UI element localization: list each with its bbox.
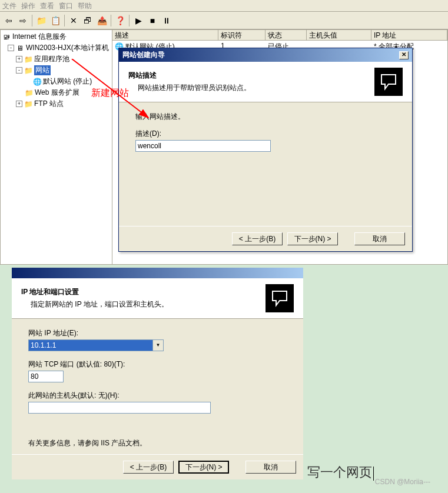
wizard2-body: 网站 IP 地址(E): ▼ 网站 TCP 端口 (默认值: 80)(T): 此… (12, 319, 303, 454)
wizard-title: 网站描述 (128, 71, 374, 81)
delete-icon[interactable]: ✕ (67, 14, 80, 27)
desc-label: 描述(D): (135, 129, 396, 139)
expand-icon[interactable]: + (16, 101, 22, 107)
tree-label: Internet 信息服务 (12, 32, 67, 42)
forward-icon[interactable]: ⇨ (16, 14, 29, 27)
dialog-buttons: < 上一步(B) 下一步(N) > 取消 (119, 226, 412, 251)
handwriting-note: 写一个网页 (307, 464, 374, 481)
text-cursor (373, 467, 374, 481)
col-desc[interactable]: 描述 (112, 30, 218, 40)
folder-icon: 📁 (24, 88, 34, 98)
ip-input[interactable] (28, 339, 153, 351)
wizard-banner-icon (374, 68, 403, 96)
tree-label-selected: 网站 (34, 65, 51, 75)
svg-rect-0 (377, 70, 400, 94)
port-input[interactable] (28, 371, 64, 382)
collapse-icon[interactable]: - (8, 45, 14, 51)
dialog2-buttons: < 上一步(B) 下一步(N) > 取消 (12, 454, 303, 479)
ip-label: 网站 IP 地址(E): (28, 328, 287, 338)
desc-input[interactable] (135, 140, 271, 152)
menu-view[interactable]: 查看 (40, 1, 54, 10)
next-button[interactable]: 下一步(N) > (178, 461, 229, 474)
svg-rect-2 (268, 287, 291, 310)
folder-icon: 📁 (24, 66, 33, 75)
annotation-text: 新建网站 (91, 87, 129, 99)
list-pane: 描述 标识符 状态 主机头值 IP 地址 🌐 默认网站 (停止) 1 已停止 *… (112, 30, 447, 264)
watermark: CSDN @Moriia--- (375, 478, 430, 486)
back-button[interactable]: < 上一步(B) (123, 461, 174, 474)
back-icon[interactable]: ⇦ (2, 14, 15, 27)
wizard2-info: 有关更多信息，请参阅 IIS 产品文档。 (28, 438, 287, 448)
tree-root[interactable]: 🖳 Internet 信息服务 (2, 31, 111, 42)
wizard2-banner-icon (266, 284, 294, 312)
tree-label: WIN2003-HJX(本地计算机 (26, 43, 109, 53)
col-id[interactable]: 标识符 (218, 30, 266, 40)
col-ip[interactable]: IP 地址 (371, 30, 447, 40)
dialog2-titlebar (12, 268, 303, 278)
tree-label: 应用程序池 (34, 54, 69, 64)
next-button[interactable]: 下一步(N) > (287, 232, 338, 245)
back-button[interactable]: < 上一步(B) (232, 232, 283, 245)
menu-file[interactable]: 文件 (2, 1, 16, 10)
tree-label: FTP 站点 (34, 99, 64, 109)
server-icon: 🖥 (15, 44, 25, 53)
col-status[interactable]: 状态 (266, 30, 307, 40)
chevron-down-icon[interactable]: ▼ (153, 339, 164, 351)
export-icon[interactable]: 📤 (95, 14, 108, 27)
cancel-button[interactable]: 取消 (245, 461, 296, 474)
wizard-dialog-2: IP 地址和端口设置 指定新网站的 IP 地址，端口设置和主机头。 网站 IP … (12, 268, 303, 479)
wizard-dialog: 网站创建向导 ✕ 网站描述 网站描述用于帮助管理员识别站点。 输入网站描述。 描… (118, 48, 413, 252)
collapse-icon[interactable]: - (16, 67, 22, 74)
list-header: 描述 标识符 状态 主机头值 IP 地址 (112, 30, 447, 41)
menubar: 文件 操作 查看 窗口 帮助 (0, 0, 448, 12)
play-icon[interactable]: ▶ (132, 14, 145, 27)
col-host[interactable]: 主机头值 (307, 30, 371, 40)
tree-server[interactable]: - 🖥 WIN2003-HJX(本地计算机 (2, 42, 111, 54)
ip-combo[interactable]: ▼ (28, 339, 164, 351)
host-input[interactable] (28, 402, 211, 414)
folder-icon: 📁 (24, 99, 33, 109)
host-label: 此网站的主机头(默认: 无)(H): (28, 391, 287, 401)
wizard2-title: IP 地址和端口设置 (21, 287, 266, 297)
menu-help[interactable]: 帮助 (78, 1, 92, 10)
refresh-icon[interactable]: 🗗 (81, 14, 94, 27)
help-icon[interactable]: ❓ (114, 14, 127, 27)
wizard-body: 输入网站描述。 描述(D): (119, 102, 412, 226)
wizard2-subtitle: 指定新网站的 IP 地址，端口设置和主机头。 (21, 299, 266, 309)
pause-icon[interactable]: ⏸ (160, 14, 173, 27)
wizard-subtitle: 网站描述用于帮助管理员识别站点。 (128, 83, 374, 93)
iis-icon: 🖳 (2, 32, 11, 42)
toolbar: ⇦ ⇨ 📁 📋 ✕ 🗗 📤 ❓ ▶ ■ ⏸ (0, 12, 448, 29)
wizard2-header: IP 地址和端口设置 指定新网站的 IP 地址，端口设置和主机头。 (12, 278, 303, 319)
close-icon[interactable]: ✕ (399, 51, 409, 59)
cancel-button[interactable]: 取消 (354, 232, 405, 245)
folder-icon[interactable]: 📁 (35, 14, 48, 27)
port-label: 网站 TCP 端口 (默认值: 80)(T): (28, 359, 287, 369)
stop-icon[interactable]: ■ (146, 14, 159, 27)
menu-action[interactable]: 操作 (21, 1, 35, 10)
expand-icon[interactable]: + (16, 56, 22, 62)
wizard-prompt: 输入网站描述。 (135, 112, 396, 122)
menu-window[interactable]: 窗口 (59, 1, 73, 10)
folder-icon: 📁 (24, 55, 33, 64)
properties-icon[interactable]: 📋 (49, 14, 62, 27)
site-stopped-icon: 🌐 (32, 77, 42, 86)
dialog-titlebar[interactable]: 网站创建向导 ✕ (119, 48, 412, 62)
wizard-header: 网站描述 网站描述用于帮助管理员识别站点。 (119, 62, 412, 102)
